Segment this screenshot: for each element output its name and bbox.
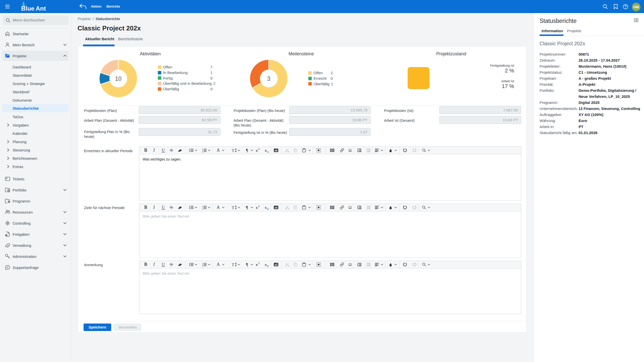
- svg-text:10: 10: [115, 75, 122, 82]
- svg-text:3: 3: [267, 75, 271, 82]
